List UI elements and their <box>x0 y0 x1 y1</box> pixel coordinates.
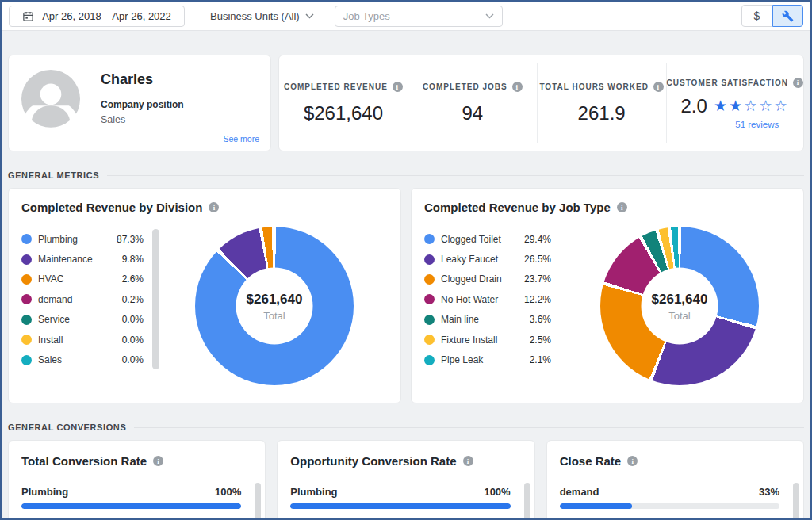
card-scrollbar[interactable] <box>793 483 799 518</box>
legend-item[interactable]: Main line3.6% <box>424 310 569 330</box>
avatar <box>21 70 80 128</box>
info-icon[interactable] <box>153 456 163 466</box>
star-rating: ★★☆☆☆ <box>714 98 789 113</box>
wrench-icon <box>782 10 794 22</box>
info-icon[interactable] <box>463 456 473 466</box>
chevron-down-icon <box>485 13 494 19</box>
position-value: Sales <box>101 114 184 125</box>
legend-item[interactable]: Maintenance9.8% <box>21 249 161 269</box>
jobtype-donut-chart[interactable]: $261,640 Total <box>600 227 759 385</box>
chart-legend: Plumbing87.3% Maintenance9.8% HVAC2.6% d… <box>21 227 161 385</box>
kpi-label: COMPLETED REVENUE <box>284 82 388 91</box>
kpi-summary-card: COMPLETED REVENUE $261,640 COMPLETED JOB… <box>278 55 804 151</box>
legend-dot <box>424 234 435 244</box>
business-units-dropdown[interactable]: Business Units (All) <box>210 10 314 22</box>
progress-bar <box>560 503 779 509</box>
legend-item[interactable]: No Hot Water12.2% <box>424 289 569 309</box>
legend-item[interactable]: Plumbing87.3% <box>21 229 161 249</box>
legend-dot <box>21 234 32 244</box>
opportunity-conversion-rate-card: Opportunity Conversion Rate Plumbing100% <box>277 440 534 518</box>
info-icon[interactable] <box>627 456 638 466</box>
section-label: GENERAL CONVERSIONS <box>8 422 126 432</box>
job-types-placeholder: Job Types <box>343 10 485 22</box>
info-icon[interactable] <box>617 202 627 212</box>
legend-dot <box>424 355 435 365</box>
wrench-toggle-button[interactable] <box>772 5 803 27</box>
info-icon[interactable] <box>793 78 803 88</box>
page-content: Charles Company position Sales See more … <box>2 31 810 518</box>
legend-item[interactable]: HVAC2.6% <box>21 270 161 289</box>
section-general-metrics: GENERAL METRICS <box>8 170 804 181</box>
kpi-total-hours: TOTAL HOURS WORKED 261.9 <box>537 63 666 143</box>
legend-item[interactable]: Service0.0% <box>21 310 161 330</box>
progress-fill <box>560 503 633 509</box>
donut-total-label: Total <box>668 309 690 321</box>
business-units-label: Business Units (All) <box>210 10 300 22</box>
chart-title: Completed Revenue by Division <box>21 201 202 214</box>
legend-item[interactable]: Install0.0% <box>21 330 161 350</box>
info-icon[interactable] <box>653 82 664 92</box>
legend-dot <box>21 274 32 285</box>
job-types-select[interactable]: Job Types <box>335 6 503 27</box>
card-title: Total Conversion Rate <box>21 454 147 468</box>
total-conversion-rate-card: Total Conversion Rate Plumbing100% <box>8 440 266 518</box>
kpi-value: 94 <box>462 102 483 124</box>
kpi-value: $261,640 <box>304 102 383 124</box>
legend-scrollbar[interactable] <box>152 229 159 369</box>
legend-dot <box>21 355 32 365</box>
legend-item[interactable]: Pipe Leak2.1% <box>424 350 569 369</box>
satisfaction-score: 2.0 <box>681 95 707 117</box>
kpi-completed-revenue: COMPLETED REVENUE $261,640 <box>279 63 408 143</box>
legend-dot <box>21 335 32 345</box>
date-range-picker[interactable]: Apr 26, 2018 – Apr 26, 2022 <box>9 6 185 27</box>
conversion-row-value: 100% <box>484 486 510 498</box>
conversion-row-label: Plumbing <box>21 486 68 498</box>
dashboard-root: Apr 26, 2018 – Apr 26, 2022 Business Uni… <box>0 0 812 520</box>
kpi-label: CUSTOMER SATISFACTION <box>667 78 788 87</box>
legend-dot <box>424 274 435 285</box>
info-icon[interactable] <box>209 202 219 212</box>
topbar: Apr 26, 2018 – Apr 26, 2022 Business Uni… <box>2 2 810 31</box>
conversion-row-label: Plumbing <box>290 486 337 498</box>
legend-dot <box>21 294 32 304</box>
kpi-label: COMPLETED JOBS <box>423 82 508 91</box>
section-label: GENERAL METRICS <box>8 170 99 180</box>
legend-dot <box>21 254 32 265</box>
progress-fill <box>21 503 241 509</box>
technician-profile-card: Charles Company position Sales See more <box>8 55 271 151</box>
kpi-customer-satisfaction: CUSTOMER SATISFACTION 2.0 ★★☆☆☆ 51 revie… <box>666 63 803 143</box>
info-icon[interactable] <box>512 82 523 92</box>
donut-total-value: $261,640 <box>247 291 303 307</box>
donut-total-value: $261,640 <box>652 291 708 307</box>
progress-bar <box>21 503 241 509</box>
chart-legend: Clogged Toilet29.4% Leaky Faucet26.5% Cl… <box>424 227 569 385</box>
donut-center: $261,640 Total <box>642 268 718 345</box>
date-range-label: Apr 26, 2018 – Apr 26, 2022 <box>42 10 171 22</box>
kpi-value: 261.9 <box>578 102 626 124</box>
legend-item[interactable]: Leaky Faucet26.5% <box>424 249 569 269</box>
legend-item[interactable]: demand0.2% <box>21 289 161 309</box>
position-label: Company position <box>101 99 184 110</box>
conversion-row-value: 100% <box>215 486 241 498</box>
technician-name: Charles <box>101 71 184 88</box>
division-donut-chart[interactable]: $261,640 Total <box>195 227 354 385</box>
legend-item[interactable]: Fixture Install2.5% <box>424 330 569 350</box>
info-icon[interactable] <box>393 82 403 92</box>
card-scrollbar[interactable] <box>255 483 261 518</box>
legend-item[interactable]: Clogged Toilet29.4% <box>424 229 569 249</box>
card-scrollbar[interactable] <box>524 483 530 518</box>
kpi-label: TOTAL HOURS WORKED <box>539 82 648 91</box>
reviews-link[interactable]: 51 reviews <box>735 120 779 129</box>
close-rate-card: Close Rate demand33% <box>546 440 804 518</box>
legend-dot <box>424 294 435 304</box>
see-more-link[interactable]: See more <box>223 134 259 143</box>
currency-toggle-button[interactable]: $ <box>741 5 772 27</box>
legend-item[interactable]: Sales0.0% <box>21 350 161 369</box>
kpi-completed-jobs: COMPLETED JOBS 94 <box>408 63 537 143</box>
section-general-conversions: GENERAL CONVERSIONS <box>8 422 804 433</box>
calendar-icon <box>22 10 34 22</box>
card-title: Close Rate <box>560 454 622 468</box>
legend-item[interactable]: Clogged Drain23.7% <box>424 270 569 289</box>
legend-dot <box>424 315 435 325</box>
conversion-row-value: 33% <box>759 486 779 498</box>
